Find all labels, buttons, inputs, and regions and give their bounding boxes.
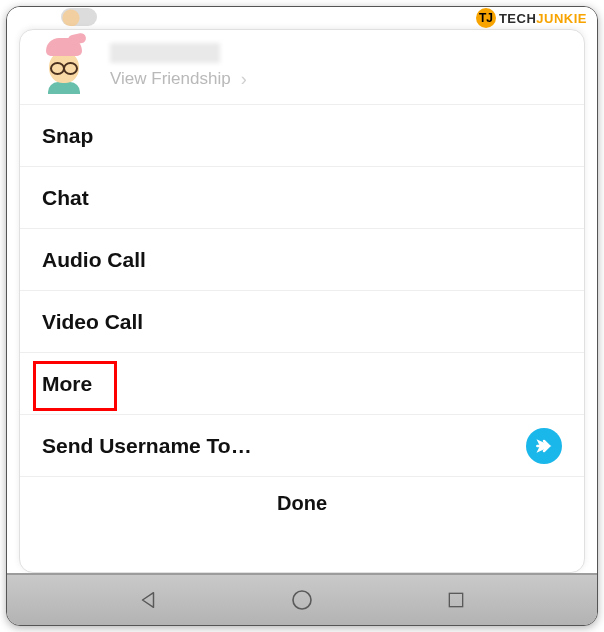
menu-label: More (42, 372, 92, 396)
android-nav-bar (7, 573, 597, 625)
svg-rect-1 (449, 593, 462, 606)
view-friendship-link[interactable]: View Friendship › (110, 69, 566, 90)
menu-label: Video Call (42, 310, 143, 334)
nav-recent-button[interactable] (443, 587, 469, 613)
view-friendship-label: View Friendship (110, 69, 231, 89)
action-menu: Snap Chat Audio Call Video Call More Sen… (20, 104, 584, 476)
circle-home-icon (290, 588, 314, 612)
triangle-back-icon (137, 589, 159, 611)
menu-label: Snap (42, 124, 93, 148)
background-avatar-peek (61, 8, 97, 26)
square-recent-icon (446, 590, 466, 610)
done-label: Done (277, 492, 327, 515)
nav-back-button[interactable] (135, 587, 161, 613)
menu-item-more[interactable]: More (20, 352, 584, 414)
send-arrow-icon (534, 436, 554, 456)
menu-item-video-call[interactable]: Video Call (20, 290, 584, 352)
chevron-right-icon: › (241, 69, 247, 90)
watermark-badge: TJ (476, 8, 496, 28)
menu-label: Send Username To… (42, 434, 252, 458)
menu-label: Chat (42, 186, 89, 210)
svg-point-0 (293, 591, 311, 609)
profile-text: View Friendship › (110, 43, 566, 90)
done-button[interactable]: Done (20, 476, 584, 530)
menu-item-audio-call[interactable]: Audio Call (20, 228, 584, 290)
menu-item-snap[interactable]: Snap (20, 104, 584, 166)
menu-item-chat[interactable]: Chat (20, 166, 584, 228)
nav-home-button[interactable] (289, 587, 315, 613)
menu-label: Audio Call (42, 248, 146, 272)
send-icon[interactable] (526, 428, 562, 464)
menu-item-send-username[interactable]: Send Username To… (20, 414, 584, 476)
profile-header[interactable]: View Friendship › (20, 30, 584, 104)
action-sheet: View Friendship › Snap Chat Audio Call V… (19, 29, 585, 573)
watermark-text: TECHJUNKIE (499, 11, 587, 26)
bitmoji-avatar (38, 40, 90, 92)
friend-name-redacted (110, 43, 220, 63)
device-frame: TJ TECHJUNKIE View Friendship › Sn (6, 6, 598, 626)
watermark: TJ TECHJUNKIE (476, 7, 587, 29)
